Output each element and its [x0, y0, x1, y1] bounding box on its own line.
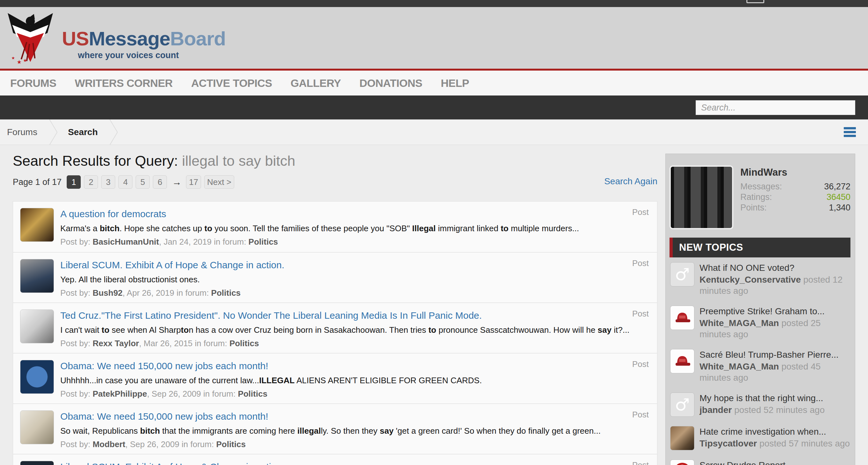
result-forum-link[interactable]: Politics — [249, 237, 278, 246]
result-author-avatar[interactable] — [20, 310, 54, 343]
result-author-link[interactable]: Modbert — [93, 439, 125, 449]
result-author-link[interactable]: BasicHumanUnit — [93, 237, 159, 246]
page-button-5[interactable]: 5 — [135, 175, 150, 189]
search-result-row: Liberal SCUM. Exhibit A of Hope & Change… — [13, 454, 657, 465]
member-points-value: 1,340 — [829, 202, 850, 213]
result-snippet: Yep. All the liberal obstructionist ones… — [60, 274, 649, 285]
sidebar: MindWars Messages: 36,272 Ratings: 36450… — [665, 154, 855, 465]
chevron-right-icon — [107, 119, 120, 145]
page-title: Search Results for Query: illegal to say… — [13, 145, 657, 169]
topic-title-link[interactable]: My hope is that the right wing... — [700, 393, 850, 404]
result-author-avatar[interactable] — [20, 208, 54, 242]
topic-title-link[interactable]: Hate crime investigation when... — [700, 426, 850, 437]
member-stat-row: Messages: 36,272 — [740, 181, 850, 192]
result-title-link[interactable]: Liberal SCUM. Exhibit A of Hope & Change… — [60, 260, 284, 270]
topic-user-link[interactable]: White_MAGA_Man — [700, 361, 779, 371]
nav-item-writers-corner[interactable]: WRITERS CORNER — [75, 77, 173, 89]
maga-hat-icon[interactable] — [670, 349, 694, 373]
search-input[interactable] — [696, 100, 855, 115]
svg-text:★: ★ — [17, 59, 22, 65]
nav-item-gallery[interactable]: GALLERY — [290, 77, 341, 89]
content-column: Search Results for Query: illegal to say… — [13, 145, 657, 465]
result-forum-link[interactable]: Politics — [216, 439, 245, 449]
topic-user-link[interactable]: Tipsycatlover — [700, 438, 757, 448]
page-button-3[interactable]: 3 — [101, 175, 115, 189]
main-nav: FORUMS WRITERS CORNER ACTIVE TOPICS GALL… — [0, 70, 868, 95]
page-button-17[interactable]: 17 — [186, 175, 201, 189]
page-title-prefix: Search Results for Query: — [13, 153, 182, 169]
page-count-label: Page 1 of 17 — [13, 177, 62, 187]
nav-item-help[interactable]: HELP — [441, 77, 469, 89]
result-author-link[interactable]: PatekPhilippe — [93, 389, 147, 399]
topic-user-link[interactable]: White_MAGA_Man — [700, 318, 779, 328]
topic-user-link[interactable]: Kentucky_Conservative — [700, 275, 801, 285]
new-topic-row: ♂ What if NO ONE voted? Kentucky_Conserv… — [670, 257, 850, 301]
topic-title-link[interactable]: What if NO ONE voted? — [700, 262, 850, 273]
result-meta: Post by: Rexx Taylor, Mar 26, 2015 in fo… — [60, 339, 649, 348]
maga-hat-icon[interactable] — [670, 306, 694, 330]
page-button-2[interactable]: 2 — [84, 175, 98, 189]
nav-item-forums[interactable]: FORUMS — [10, 77, 56, 89]
topic-title-link[interactable]: Screw Drudge Report — [700, 460, 850, 465]
next-page-button[interactable]: Next > — [204, 175, 234, 189]
new-topic-row: Preemptive Strike! Graham to... White_MA… — [670, 301, 850, 344]
result-author-avatar[interactable] — [20, 259, 54, 293]
male-symbol-icon[interactable]: ♂ — [670, 393, 694, 417]
result-title-link[interactable]: Ted Cruz."The First Latino President". N… — [60, 310, 482, 321]
svg-text:★: ★ — [11, 56, 15, 60]
result-title-link[interactable]: A question for democrats — [60, 208, 166, 220]
brand-us: US — [62, 27, 89, 50]
result-forum-link[interactable]: Politics — [229, 339, 259, 348]
result-author-avatar[interactable] — [20, 461, 54, 465]
breadcrumb: Forums Search — [0, 119, 868, 145]
result-forum-link[interactable]: Politics — [211, 288, 241, 298]
result-type-label: Post — [632, 309, 649, 319]
result-meta: Post by: PatekPhilippe, Sep 26, 2009 in … — [60, 389, 649, 399]
search-again-link[interactable]: Search Again — [604, 176, 657, 186]
result-snippet: Karma's a bitch. Hope she catches up to … — [60, 223, 649, 234]
nav-item-active-topics[interactable]: ACTIVE TOPICS — [191, 77, 272, 89]
topic-user-link[interactable]: jbander — [700, 405, 732, 415]
breadcrumb-forums[interactable]: Forums — [7, 127, 37, 137]
page-button-6[interactable]: 6 — [153, 175, 167, 189]
new-topics-header: NEW TOPICS — [670, 238, 850, 257]
top-corner-box[interactable] — [746, 0, 764, 3]
result-snippet: Uhhhhh...in case you are unaware of the … — [60, 375, 649, 386]
nfl-ban-icon[interactable] — [670, 460, 694, 465]
result-title-link[interactable]: Liberal SCUM. Exhibit A of Hope & Change… — [60, 462, 284, 465]
search-result-row: Obama: We need 150,000 new jobs each mon… — [13, 403, 657, 454]
member-info: MindWars Messages: 36,272 Ratings: 36450… — [740, 167, 850, 229]
svg-text:★: ★ — [23, 58, 27, 63]
result-meta: Post by: Bush92, Apr 26, 2019 in forum: … — [60, 288, 649, 298]
result-author-avatar[interactable] — [20, 360, 54, 394]
member-name[interactable]: MindWars — [740, 167, 850, 178]
member-stat-row: Ratings: 36450 — [740, 192, 850, 202]
male-symbol-icon[interactable]: ♂ — [670, 262, 694, 287]
breadcrumb-search[interactable]: Search — [68, 127, 98, 137]
topic-title-link[interactable]: Sacré Bleu! Trump-Basher Pierre... — [700, 349, 850, 360]
result-author-link[interactable]: Rexx Taylor — [93, 339, 139, 348]
result-author-link[interactable]: Bush92 — [93, 288, 123, 298]
page-title-query: illegal to say bitch — [182, 153, 295, 169]
result-title-link[interactable]: Obama: We need 150,000 new jobs each mon… — [60, 360, 268, 371]
main-area: Search Results for Query: illegal to say… — [0, 145, 868, 465]
new-topic-row: ♂ My hope is that the right wing... jban… — [670, 388, 850, 421]
site-logo[interactable]: ★ ★ ★ USMessageBoard where your voices c… — [3, 9, 226, 65]
search-result-row: Ted Cruz."The First Latino President". N… — [13, 302, 657, 353]
nav-item-donations[interactable]: DONATIONS — [359, 77, 422, 89]
brand-message: Message — [89, 27, 170, 50]
member-stat-row: Points: 1,340 — [740, 202, 850, 213]
search-result-row: Liberal SCUM. Exhibit A of Hope & Change… — [13, 252, 657, 302]
result-type-label: Post — [632, 410, 649, 420]
member-avatar[interactable] — [670, 166, 733, 229]
result-forum-link[interactable]: Politics — [238, 389, 267, 399]
result-author-avatar[interactable] — [20, 410, 54, 444]
page-button-4[interactable]: 4 — [118, 175, 132, 189]
result-snippet: I can't wait to see when Al Sharpton has… — [60, 325, 649, 335]
page-button-1[interactable]: 1 — [67, 175, 81, 189]
result-title-link[interactable]: Obama: We need 150,000 new jobs each mon… — [60, 411, 268, 422]
chevron-right-icon — [47, 119, 60, 145]
pets-photo-avatar[interactable] — [670, 426, 694, 450]
menu-icon[interactable] — [844, 127, 856, 139]
topic-title-link[interactable]: Preemptive Strike! Graham to... — [700, 306, 850, 317]
